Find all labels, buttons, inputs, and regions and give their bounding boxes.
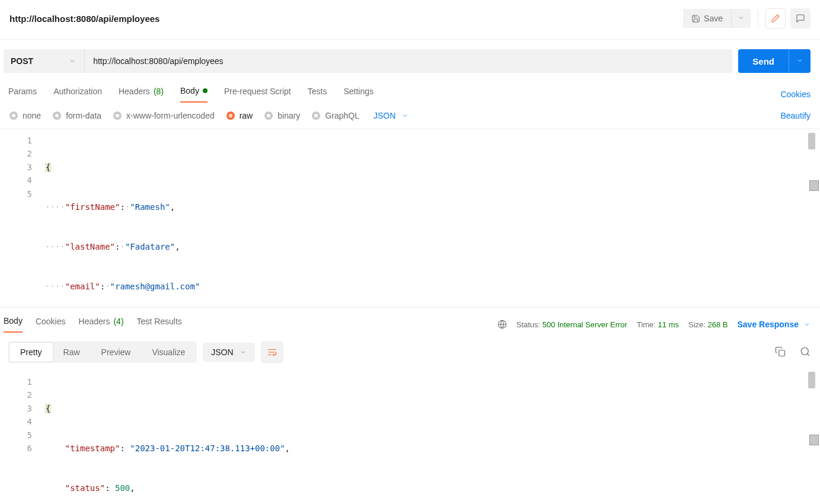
send-button[interactable]: Send xyxy=(738,49,789,73)
resp-headers-count: (4) xyxy=(113,317,123,326)
svg-point-5 xyxy=(801,347,808,355)
edit-button[interactable] xyxy=(765,8,786,28)
chevron-down-icon xyxy=(803,321,811,328)
wrap-lines-button[interactable] xyxy=(261,341,283,363)
radio-icon xyxy=(113,111,122,120)
request-title: http://localhost:8080/api/employees xyxy=(9,14,159,24)
header-actions: Save xyxy=(683,8,811,28)
save-dropdown[interactable] xyxy=(731,9,751,28)
tab-body-label: Body xyxy=(180,86,199,95)
save-button[interactable]: Save xyxy=(683,9,731,28)
view-preview[interactable]: Preview xyxy=(91,343,142,362)
chevron-down-icon xyxy=(796,57,803,64)
resp-minimap-viewport[interactable] xyxy=(809,435,819,445)
tab-headers-label: Headers xyxy=(119,87,150,96)
request-tabs-left: Params Authorization Headers (8) Body Pr… xyxy=(8,86,374,103)
tab-headers[interactable]: Headers (8) xyxy=(119,86,164,103)
tab-tests[interactable]: Tests xyxy=(308,86,327,103)
chevron-down-icon xyxy=(738,14,745,21)
request-bar: POST http://localhost:8080/api/employees… xyxy=(0,40,820,73)
resp-tab-body[interactable]: Body xyxy=(4,316,23,333)
body-type-binary[interactable]: binary xyxy=(264,111,300,120)
response-format-value: JSON xyxy=(211,347,233,357)
response-body-editor[interactable]: 123456 { "timestamp": "2023-01-20T12:47:… xyxy=(0,371,820,501)
save-response-label: Save Response xyxy=(738,320,799,329)
cookies-link[interactable]: Cookies xyxy=(780,90,811,99)
url-input[interactable]: http://localhost:8080/api/employees xyxy=(85,49,732,73)
view-raw[interactable]: Raw xyxy=(53,343,91,362)
method-value: POST xyxy=(11,56,33,66)
tab-body[interactable]: Body xyxy=(180,86,208,103)
response-view-segctl: Pretty Raw Preview Visualize xyxy=(8,342,197,363)
response-meta: Status: 500 Internal Server Error Time: … xyxy=(497,320,811,329)
request-tabs: Params Authorization Headers (8) Body Pr… xyxy=(0,73,820,103)
save-icon xyxy=(691,14,700,23)
view-pretty[interactable]: Pretty xyxy=(9,343,53,362)
response-format-select[interactable]: JSON xyxy=(203,343,254,362)
svg-rect-4 xyxy=(779,350,785,356)
send-button-group: Send xyxy=(738,49,811,73)
method-url-group: POST http://localhost:8080/api/employees xyxy=(4,49,732,73)
size-group[interactable]: Size: 268 B xyxy=(688,320,728,329)
time-group[interactable]: Time: 11 ms xyxy=(637,320,679,329)
tab-prerequest[interactable]: Pre-request Script xyxy=(224,86,291,103)
radio-icon xyxy=(226,111,235,120)
copy-icon xyxy=(775,346,786,357)
radio-icon xyxy=(312,111,320,120)
comment-icon xyxy=(796,14,805,23)
response-toolbar-right xyxy=(775,346,811,359)
search-icon xyxy=(800,346,811,357)
globe-icon xyxy=(497,320,507,329)
resp-gutter: 123456 xyxy=(0,371,40,501)
radio-icon xyxy=(53,111,61,120)
view-visualize[interactable]: Visualize xyxy=(141,343,196,362)
response-tabs: Body Cookies Headers (4) Test Results St… xyxy=(0,308,820,333)
save-label: Save xyxy=(704,14,723,23)
body-type-formdata[interactable]: form-data xyxy=(53,111,101,120)
pencil-icon xyxy=(771,14,780,23)
body-dirty-dot-icon xyxy=(203,88,208,93)
comment-button[interactable] xyxy=(790,8,811,28)
chevron-down-icon xyxy=(240,349,247,356)
body-type-row: none form-data x-www-form-urlencoded raw… xyxy=(0,103,820,129)
resp-headers-label: Headers xyxy=(79,317,110,326)
send-dropdown[interactable] xyxy=(789,49,811,73)
save-response-button[interactable]: Save Response xyxy=(738,320,811,329)
resp-tab-testresults[interactable]: Test Results xyxy=(137,317,182,332)
response-toolbar: Pretty Raw Preview Visualize JSON xyxy=(0,333,820,371)
body-type-xwww[interactable]: x-www-form-urlencoded xyxy=(113,111,215,120)
resp-scrollbar-thumb[interactable] xyxy=(808,372,815,388)
body-format-select[interactable]: JSON xyxy=(374,111,409,120)
save-button-group: Save xyxy=(683,9,751,28)
resp-tab-headers[interactable]: Headers (4) xyxy=(79,317,124,332)
body-type-raw[interactable]: raw xyxy=(226,111,253,120)
copy-response-button[interactable] xyxy=(775,346,786,359)
body-format-value: JSON xyxy=(374,111,395,120)
gutter: 12345 xyxy=(0,129,40,307)
tab-params[interactable]: Params xyxy=(8,86,37,103)
tab-settings[interactable]: Settings xyxy=(343,86,374,103)
resp-tab-cookies[interactable]: Cookies xyxy=(36,317,66,332)
beautify-link[interactable]: Beautify xyxy=(780,111,811,120)
minimap-viewport[interactable] xyxy=(809,180,819,191)
separator xyxy=(758,11,758,26)
tab-authorization[interactable]: Authorization xyxy=(53,86,102,103)
request-body-editor[interactable]: 12345 { ····"firstName":·"Ramesh", ····"… xyxy=(0,129,820,307)
svg-line-6 xyxy=(807,353,809,355)
chevron-down-icon xyxy=(401,112,409,119)
search-response-button[interactable] xyxy=(800,346,811,359)
body-type-graphql[interactable]: GraphQL xyxy=(312,111,359,120)
request-header: http://localhost:8080/api/employees Save xyxy=(0,0,820,40)
resp-code-area[interactable]: { "timestamp": "2023-01-20T12:47:38.113+… xyxy=(40,371,820,501)
scrollbar-thumb[interactable] xyxy=(808,133,815,149)
body-type-none[interactable]: none xyxy=(9,111,41,120)
wrap-icon xyxy=(267,347,277,358)
code-area[interactable]: { ····"firstName":·"Ramesh", ····"lastNa… xyxy=(40,129,820,307)
chevron-down-icon xyxy=(69,58,76,65)
method-select[interactable]: POST xyxy=(4,49,85,73)
tab-headers-count: (8) xyxy=(154,87,164,96)
radio-icon xyxy=(264,111,273,120)
status-group[interactable]: Status: 500 Internal Server Error xyxy=(516,320,627,329)
radio-icon xyxy=(9,111,18,120)
